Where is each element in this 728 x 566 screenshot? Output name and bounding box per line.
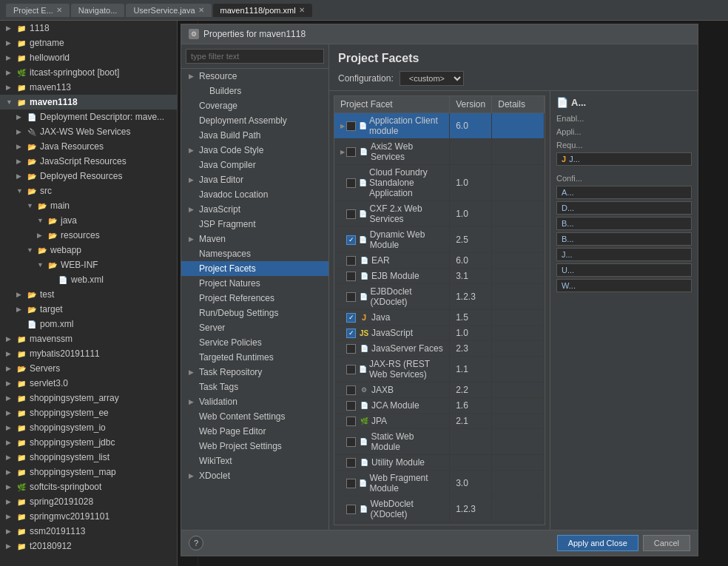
table-row[interactable]: ▶ 📄 JCA Module 1.6 <box>334 398 545 414</box>
tree-item-targeted-runtimes[interactable]: ▶ Targeted Runtimes <box>181 350 328 365</box>
tab-userservice[interactable]: UserService.java ✕ <box>126 4 211 17</box>
sidebar-item-maven1118[interactable]: ▼ 📁 maven1118 <box>0 95 177 110</box>
table-row[interactable]: ▶ 📄 Web Fragment Module 3.0 <box>334 471 545 496</box>
sidebar-item-spring20191028[interactable]: ▶ 📁 spring20191028 <box>0 494 177 509</box>
tree-item-maven[interactable]: ▶ Maven <box>181 232 328 246</box>
table-row[interactable]: ▶ 📄 Axis2 Web Services <box>334 139 545 165</box>
facet-checkbox-static[interactable] <box>346 437 356 447</box>
table-row[interactable]: ▶ 📄 EJBDoclet (XDoclet) 1.2.3 <box>334 284 545 310</box>
sidebar-item-shop-ee[interactable]: ▶ 📁 shoppingsystem_ee <box>0 405 177 420</box>
expand-tri-app-client[interactable]: ▶ <box>340 123 345 129</box>
facet-checkbox-jpa[interactable] <box>346 417 356 426</box>
sidebar-item-ssm[interactable]: ▶ 📁 ssm20191113 <box>0 524 177 539</box>
sidebar-item-t20180912[interactable]: ▶ 📁 t20180912 <box>0 539 177 553</box>
tab-pom[interactable]: maven1118/pom.xml ✕ <box>213 4 312 17</box>
facet-checkbox-jsf[interactable] <box>346 344 356 354</box>
help-button[interactable]: ? <box>189 536 203 550</box>
sidebar-item-shop-io[interactable]: ▶ 📁 shoppingsystem_io <box>0 420 177 435</box>
tree-item-service-policies[interactable]: ▶ Service Policies <box>181 335 328 350</box>
sidebar-item-itcast-springboot[interactable]: ▶ 🌿 itcast-springboot [boot] <box>0 65 177 80</box>
facet-checkbox-ear[interactable] <box>346 256 356 266</box>
facet-checkbox-java[interactable] <box>346 313 356 323</box>
tree-item-task-tags[interactable]: ▶ Task Tags <box>181 380 328 394</box>
sidebar-item-deployed-resources[interactable]: ▶ 📂 Deployed Resources <box>0 169 177 183</box>
sidebar-item-softcits[interactable]: ▶ 🌿 softcits-springboot <box>0 479 177 494</box>
sidebar-item-pom-xml[interactable]: ▶ 📄 pom.xml <box>0 317 177 331</box>
sidebar-item-maven113[interactable]: ▶ 📁 maven113 <box>0 80 177 95</box>
table-row[interactable]: ▶ 📄 Static Web Module <box>334 429 545 455</box>
tree-item-coverage[interactable]: ▶ Coverage <box>181 98 328 113</box>
sidebar-item-main[interactable]: ▼ 📂 main <box>0 198 177 213</box>
sidebar-item-mavenssm[interactable]: ▶ 📁 mavenssm <box>0 331 177 346</box>
facet-checkbox-jaxb[interactable] <box>346 385 356 395</box>
tab-navigator[interactable]: Navigato... <box>71 4 125 17</box>
sidebar-item-java[interactable]: ▼ 📂 java <box>0 213 177 228</box>
tree-item-deployment-assembly[interactable]: ▶ Deployment Assembly <box>181 113 328 128</box>
facet-checkbox-webdoclet[interactable] <box>346 505 356 514</box>
tree-item-web-page-editor[interactable]: ▶ Web Page Editor <box>181 424 328 439</box>
sidebar-item-src[interactable]: ▼ 📂 src <box>0 183 177 198</box>
tree-item-java-editor[interactable]: ▶ Java Editor <box>181 172 328 187</box>
sidebar-item-resources[interactable]: ▶ 📂 resources <box>0 228 177 243</box>
facet-checkbox-webfrag[interactable] <box>346 479 356 488</box>
facet-checkbox-jca[interactable] <box>346 401 356 411</box>
sidebar-item-java-resources[interactable]: ▶ 📂 Java Resources <box>0 139 177 154</box>
sidebar-item-test[interactable]: ▶ 📂 test <box>0 287 177 302</box>
table-row[interactable]: ▶ 📄 WebDoclet (XDoclet) 1.2.3 <box>334 496 545 522</box>
table-row[interactable]: ▶ J Java 1.5 <box>334 310 545 326</box>
table-row[interactable]: ▶ 📄 CXF 2.x Web Services 1.0 <box>334 201 545 227</box>
filter-input[interactable] <box>186 49 324 64</box>
tree-item-wikitext[interactable]: ▶ WikiText <box>181 454 328 468</box>
tab-close-userservice[interactable]: ✕ <box>198 6 204 14</box>
facet-checkbox-utility[interactable] <box>346 458 356 468</box>
sidebar-item-web-inf[interactable]: ▼ 📂 WEB-INF <box>0 257 177 272</box>
apply-close-button[interactable]: Apply and Close <box>557 535 638 551</box>
sidebar-item-target[interactable]: ▶ 📂 target <box>0 302 177 317</box>
tree-item-validation[interactable]: ▶ Validation <box>181 394 328 409</box>
tree-item-java-code-style[interactable]: ▶ Java Code Style <box>181 143 328 158</box>
facet-checkbox-jaxrs[interactable] <box>346 365 356 374</box>
tree-item-server[interactable]: ▶ Server <box>181 320 328 335</box>
expand-tri-axis2[interactable]: ▶ <box>340 149 345 155</box>
tab-project-explorer[interactable]: Project E... ✕ <box>6 4 70 17</box>
cancel-button[interactable]: Cancel <box>643 535 690 551</box>
sidebar-item-shop-jdbc[interactable]: ▶ 📁 shoppingsystem_jdbc <box>0 435 177 450</box>
sidebar-item-webapp[interactable]: ▼ 📂 webapp <box>0 243 177 257</box>
tree-item-project-natures[interactable]: ▶ Project Natures <box>181 276 328 291</box>
tree-item-resource[interactable]: ▶ Resource <box>181 69 328 84</box>
table-row[interactable]: ▶ JS JavaScript 1.0 <box>334 326 545 341</box>
tab-close-project-explorer[interactable]: ✕ <box>56 6 62 14</box>
facet-checkbox-cloud[interactable] <box>346 178 356 188</box>
sidebar-item-jaxws[interactable]: ▶ 🔌 JAX-WS Web Services <box>0 124 177 139</box>
table-row[interactable]: ▶ 📄 Utility Module <box>334 455 545 471</box>
tree-item-task-repository[interactable]: ▶ Task Repository <box>181 365 328 380</box>
table-row[interactable]: ▶ 📄 Cloud Foundry Standalone Application… <box>334 165 545 201</box>
sidebar-item-servers[interactable]: ▶ 📂 Servers <box>0 361 177 376</box>
tree-item-java-build-path[interactable]: ▶ Java Build Path <box>181 128 328 143</box>
tree-item-web-content-settings[interactable]: ▶ Web Content Settings <box>181 409 328 424</box>
table-row[interactable]: ▶ 📄 EJB Module 3.1 <box>334 269 545 284</box>
tree-item-java-compiler[interactable]: ▶ Java Compiler <box>181 158 328 172</box>
table-row[interactable]: ▶ 📄 JAX-RS (REST Web Services) 1.1 <box>334 357 545 383</box>
facet-checkbox-dynamic[interactable] <box>346 235 356 245</box>
facet-checkbox-ejb[interactable] <box>346 272 356 281</box>
tree-item-jsp-fragment[interactable]: ▶ JSP Fragment <box>181 217 328 232</box>
sidebar-item-shop-map[interactable]: ▶ 📁 shoppingsystem_map <box>0 465 177 479</box>
sidebar-item-springmvc[interactable]: ▶ 📁 springmvc20191101 <box>0 509 177 524</box>
tree-item-project-references[interactable]: ▶ Project References <box>181 291 328 306</box>
sidebar-item-shop-list[interactable]: ▶ 📁 shoppingsystem_list <box>0 450 177 465</box>
sidebar-item-mybatis[interactable]: ▶ 📁 mybatis20191111 <box>0 346 177 361</box>
facet-checkbox-ejbdoclet[interactable] <box>346 292 356 302</box>
table-row[interactable]: ▶ 🌿 JPA 2.1 <box>334 414 545 429</box>
sidebar-item-servlet30[interactable]: ▶ 📁 servlet3.0 <box>0 376 177 391</box>
table-row[interactable]: ▶ 📄 Application Client module 6.0 <box>334 113 545 139</box>
sidebar-item-deployment-desc[interactable]: ▶ 📄 Deployment Descriptor: mave... <box>0 110 177 124</box>
sidebar-item-1118[interactable]: ▶ 📁 1118 <box>0 21 177 36</box>
facet-checkbox-js[interactable] <box>346 329 356 338</box>
config-select[interactable]: <custom> <box>400 71 464 86</box>
facet-checkbox-axis2[interactable] <box>346 147 356 157</box>
facet-checkbox-cxf[interactable] <box>346 209 356 219</box>
sidebar-item-js-resources[interactable]: ▶ 📂 JavaScript Resources <box>0 154 177 169</box>
sidebar-item-web-xml[interactable]: ▶ 📄 web.xml <box>0 272 177 287</box>
tree-item-web-project-settings[interactable]: ▶ Web Project Settings <box>181 439 328 454</box>
